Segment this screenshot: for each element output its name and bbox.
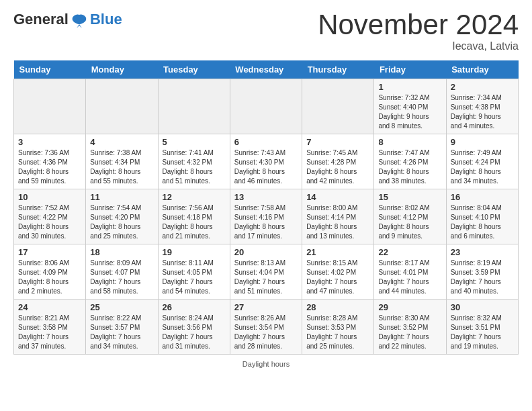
- day-number: 7: [306, 137, 369, 147]
- day-number: 2: [451, 82, 514, 92]
- day-number: 14: [306, 192, 369, 202]
- day-info: Sunrise: 7:52 AM Sunset: 4:22 PM Dayligh…: [18, 203, 81, 241]
- calendar-cell: 27Sunrise: 8:26 AM Sunset: 3:54 PM Dayli…: [230, 300, 302, 355]
- day-info: Sunrise: 8:00 AM Sunset: 4:14 PM Dayligh…: [306, 203, 369, 241]
- calendar-cell: 1Sunrise: 7:32 AM Sunset: 4:40 PM Daylig…: [374, 79, 446, 134]
- day-number: 22: [378, 247, 441, 257]
- day-number: 21: [306, 247, 369, 257]
- month-title: November 2024: [318, 11, 519, 39]
- calendar-cell: 14Sunrise: 8:00 AM Sunset: 4:14 PM Dayli…: [302, 189, 374, 244]
- day-number: 25: [90, 302, 153, 312]
- calendar-body: 1Sunrise: 7:32 AM Sunset: 4:40 PM Daylig…: [14, 79, 519, 355]
- calendar-cell: 9Sunrise: 7:49 AM Sunset: 4:24 PM Daylig…: [446, 134, 518, 189]
- page-header: General Blue November 2024 Iecava, Latvi…: [13, 11, 519, 52]
- calendar-cell: [302, 79, 374, 134]
- col-header-sunday: Sunday: [14, 60, 86, 79]
- day-info: Sunrise: 7:32 AM Sunset: 4:40 PM Dayligh…: [378, 93, 441, 131]
- daylight-note: Daylight hours: [13, 360, 519, 368]
- day-number: 13: [234, 192, 298, 202]
- col-header-tuesday: Tuesday: [158, 60, 230, 79]
- day-number: 16: [451, 192, 514, 202]
- col-header-friday: Friday: [374, 60, 446, 79]
- calendar-cell: 16Sunrise: 8:04 AM Sunset: 4:10 PM Dayli…: [446, 189, 518, 244]
- col-header-thursday: Thursday: [302, 60, 374, 79]
- day-info: Sunrise: 8:28 AM Sunset: 3:53 PM Dayligh…: [306, 314, 369, 351]
- day-number: 23: [451, 247, 514, 257]
- header-row: SundayMondayTuesdayWednesdayThursdayFrid…: [14, 60, 519, 79]
- calendar-cell: 23Sunrise: 8:19 AM Sunset: 3:59 PM Dayli…: [446, 244, 518, 300]
- calendar-cell: 12Sunrise: 7:56 AM Sunset: 4:18 PM Dayli…: [158, 189, 230, 244]
- day-number: 28: [306, 302, 369, 312]
- logo-text: General: [13, 11, 89, 28]
- week-row-3: 10Sunrise: 7:52 AM Sunset: 4:22 PM Dayli…: [14, 189, 519, 244]
- day-number: 24: [18, 302, 81, 312]
- day-info: Sunrise: 7:47 AM Sunset: 4:26 PM Dayligh…: [378, 148, 441, 186]
- day-info: Sunrise: 8:13 AM Sunset: 4:04 PM Dayligh…: [234, 259, 298, 296]
- day-number: 4: [90, 137, 153, 147]
- calendar-cell: 8Sunrise: 7:47 AM Sunset: 4:26 PM Daylig…: [374, 134, 446, 189]
- day-info: Sunrise: 8:06 AM Sunset: 4:09 PM Dayligh…: [18, 259, 81, 296]
- logo: General Blue: [13, 11, 122, 28]
- day-number: 27: [234, 302, 298, 312]
- day-info: Sunrise: 7:41 AM Sunset: 4:32 PM Dayligh…: [163, 148, 226, 186]
- day-info: Sunrise: 8:15 AM Sunset: 4:02 PM Dayligh…: [306, 259, 369, 296]
- calendar-cell: 30Sunrise: 8:32 AM Sunset: 3:51 PM Dayli…: [446, 300, 518, 355]
- calendar-cell: 7Sunrise: 7:45 AM Sunset: 4:28 PM Daylig…: [302, 134, 374, 189]
- calendar-cell: 21Sunrise: 8:15 AM Sunset: 4:02 PM Dayli…: [302, 244, 374, 300]
- calendar-cell: [14, 79, 86, 134]
- calendar-cell: 5Sunrise: 7:41 AM Sunset: 4:32 PM Daylig…: [158, 134, 230, 189]
- calendar-cell: 22Sunrise: 8:17 AM Sunset: 4:01 PM Dayli…: [374, 244, 446, 300]
- day-info: Sunrise: 7:38 AM Sunset: 4:34 PM Dayligh…: [90, 148, 153, 186]
- day-info: Sunrise: 8:21 AM Sunset: 3:58 PM Dayligh…: [18, 314, 81, 351]
- day-info: Sunrise: 8:17 AM Sunset: 4:01 PM Dayligh…: [378, 259, 441, 296]
- day-info: Sunrise: 8:32 AM Sunset: 3:51 PM Dayligh…: [451, 314, 514, 351]
- calendar-cell: 13Sunrise: 7:58 AM Sunset: 4:16 PM Dayli…: [230, 189, 302, 244]
- day-number: 30: [451, 302, 514, 312]
- day-info: Sunrise: 7:36 AM Sunset: 4:36 PM Dayligh…: [18, 148, 81, 186]
- day-number: 10: [18, 192, 81, 202]
- day-info: Sunrise: 8:11 AM Sunset: 4:05 PM Dayligh…: [163, 259, 226, 296]
- col-header-wednesday: Wednesday: [230, 60, 302, 79]
- calendar-cell: 2Sunrise: 7:34 AM Sunset: 4:38 PM Daylig…: [446, 79, 518, 134]
- calendar-cell: 4Sunrise: 7:38 AM Sunset: 4:34 PM Daylig…: [86, 134, 158, 189]
- day-number: 19: [163, 247, 226, 257]
- day-info: Sunrise: 8:26 AM Sunset: 3:54 PM Dayligh…: [234, 314, 298, 351]
- calendar-cell: 17Sunrise: 8:06 AM Sunset: 4:09 PM Dayli…: [14, 244, 86, 300]
- calendar-cell: 26Sunrise: 8:24 AM Sunset: 3:56 PM Dayli…: [158, 300, 230, 355]
- calendar-cell: 3Sunrise: 7:36 AM Sunset: 4:36 PM Daylig…: [14, 134, 86, 189]
- day-info: Sunrise: 8:30 AM Sunset: 3:52 PM Dayligh…: [378, 314, 441, 351]
- page-container: General Blue November 2024 Iecava, Latvi…: [0, 0, 532, 379]
- calendar-table: SundayMondayTuesdayWednesdayThursdayFrid…: [13, 60, 519, 355]
- calendar-cell: 10Sunrise: 7:52 AM Sunset: 4:22 PM Dayli…: [14, 189, 86, 244]
- day-info: Sunrise: 8:04 AM Sunset: 4:10 PM Dayligh…: [451, 203, 514, 241]
- day-number: 9: [451, 137, 514, 147]
- calendar-cell: 24Sunrise: 8:21 AM Sunset: 3:58 PM Dayli…: [14, 300, 86, 355]
- day-info: Sunrise: 7:45 AM Sunset: 4:28 PM Dayligh…: [306, 148, 369, 186]
- col-header-saturday: Saturday: [446, 60, 518, 79]
- day-info: Sunrise: 7:43 AM Sunset: 4:30 PM Dayligh…: [234, 148, 298, 186]
- location-text: Iecava, Latvia: [318, 40, 519, 52]
- day-number: 3: [18, 137, 81, 147]
- day-number: 26: [163, 302, 226, 312]
- title-section: November 2024 Iecava, Latvia: [318, 11, 519, 52]
- day-number: 11: [90, 192, 153, 202]
- calendar-cell: [230, 79, 302, 134]
- calendar-cell: [86, 79, 158, 134]
- calendar-cell: 19Sunrise: 8:11 AM Sunset: 4:05 PM Dayli…: [158, 244, 230, 300]
- calendar-cell: 6Sunrise: 7:43 AM Sunset: 4:30 PM Daylig…: [230, 134, 302, 189]
- calendar-cell: 29Sunrise: 8:30 AM Sunset: 3:52 PM Dayli…: [374, 300, 446, 355]
- week-row-2: 3Sunrise: 7:36 AM Sunset: 4:36 PM Daylig…: [14, 134, 519, 189]
- week-row-4: 17Sunrise: 8:06 AM Sunset: 4:09 PM Dayli…: [14, 244, 519, 300]
- day-number: 20: [234, 247, 298, 257]
- calendar-cell: [158, 79, 230, 134]
- day-number: 1: [378, 82, 441, 92]
- day-number: 17: [18, 247, 81, 257]
- logo-blue-text: Blue: [90, 11, 122, 28]
- day-info: Sunrise: 8:19 AM Sunset: 3:59 PM Dayligh…: [451, 259, 514, 296]
- day-info: Sunrise: 7:34 AM Sunset: 4:38 PM Dayligh…: [451, 93, 514, 131]
- logo-bird-icon: [70, 13, 89, 28]
- week-row-5: 24Sunrise: 8:21 AM Sunset: 3:58 PM Dayli…: [14, 300, 519, 355]
- col-header-monday: Monday: [86, 60, 158, 79]
- week-row-1: 1Sunrise: 7:32 AM Sunset: 4:40 PM Daylig…: [14, 79, 519, 134]
- day-info: Sunrise: 8:09 AM Sunset: 4:07 PM Dayligh…: [90, 259, 153, 296]
